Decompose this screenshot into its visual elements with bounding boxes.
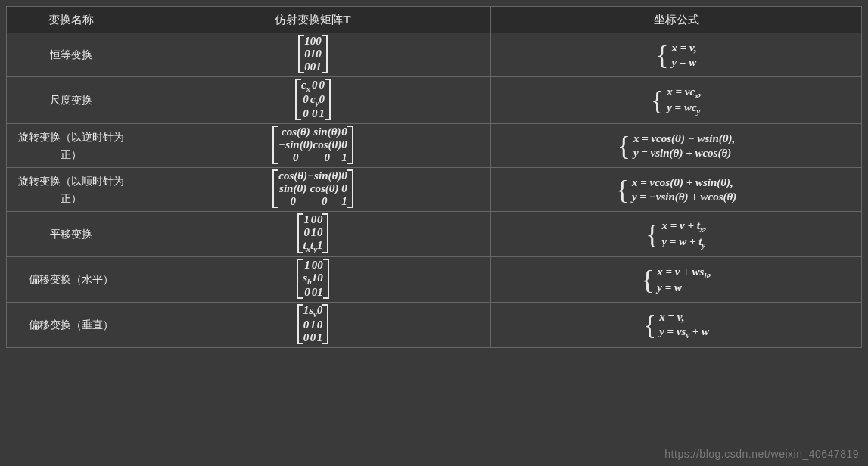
table-row: 旋转变换（以顺时针为正）cos(θ)−sin(θ)0sin(θ)cos(θ)00… bbox=[7, 168, 862, 212]
transform-matrix: 1sv0010001 bbox=[135, 303, 491, 348]
transform-matrix: cos(θ)sin(θ)0−sin(θ)cos(θ)0001 bbox=[135, 124, 491, 168]
transform-formula: {x = vcos(θ) + wsin(θ),y = −vsin(θ) + wc… bbox=[491, 168, 862, 212]
transform-name: 旋转变换（以逆时针为正） bbox=[7, 124, 135, 168]
transform-name: 恒等变换 bbox=[7, 33, 135, 77]
transforms-table: 变换名称 仿射变换矩阵T 坐标公式 恒等变换100010001{x = v,y … bbox=[6, 6, 862, 348]
table-row: 平移变换100010txty1{x = v + tx,y = w + ty bbox=[7, 212, 862, 257]
table-row: 偏移变换（垂直）1sv0010001{x = v,y = vsv + w bbox=[7, 303, 862, 348]
table-row: 旋转变换（以逆时针为正）cos(θ)sin(θ)0−sin(θ)cos(θ)00… bbox=[7, 124, 862, 168]
transform-name: 平移变换 bbox=[7, 212, 135, 257]
transform-matrix: 100010txty1 bbox=[135, 212, 491, 257]
table-row: 尺度变换cx000cy0001{x = vcx,y = wcy bbox=[7, 77, 862, 124]
transform-matrix: cx000cy0001 bbox=[135, 77, 491, 124]
transform-matrix: 100010001 bbox=[135, 33, 491, 77]
table-row: 偏移变换（水平）100sh10001{x = v + wsh,y = w bbox=[7, 257, 862, 303]
table-row: 恒等变换100010001{x = v,y = w bbox=[7, 33, 862, 77]
header-formula: 坐标公式 bbox=[491, 7, 862, 33]
transform-formula: {x = v,y = w bbox=[491, 33, 862, 77]
header-row: 变换名称 仿射变换矩阵T 坐标公式 bbox=[7, 7, 862, 33]
transform-formula: {x = vcx,y = wcy bbox=[491, 77, 862, 124]
transform-formula: {x = vcos(θ) − wsin(θ),y = vsin(θ) + wco… bbox=[491, 124, 862, 168]
header-matrix: 仿射变换矩阵T bbox=[135, 7, 491, 33]
transform-matrix: cos(θ)−sin(θ)0sin(θ)cos(θ)0001 bbox=[135, 168, 491, 212]
transform-name: 旋转变换（以顺时针为正） bbox=[7, 168, 135, 212]
transform-name: 偏移变换（垂直） bbox=[7, 303, 135, 348]
transform-name: 偏移变换（水平） bbox=[7, 257, 135, 303]
transform-formula: {x = v,y = vsv + w bbox=[491, 303, 862, 348]
transform-formula: {x = v + wsh,y = w bbox=[491, 257, 862, 303]
transform-matrix: 100sh10001 bbox=[135, 257, 491, 303]
transform-name: 尺度变换 bbox=[7, 77, 135, 124]
transform-formula: {x = v + tx,y = w + ty bbox=[491, 212, 862, 257]
header-name: 变换名称 bbox=[7, 7, 135, 33]
